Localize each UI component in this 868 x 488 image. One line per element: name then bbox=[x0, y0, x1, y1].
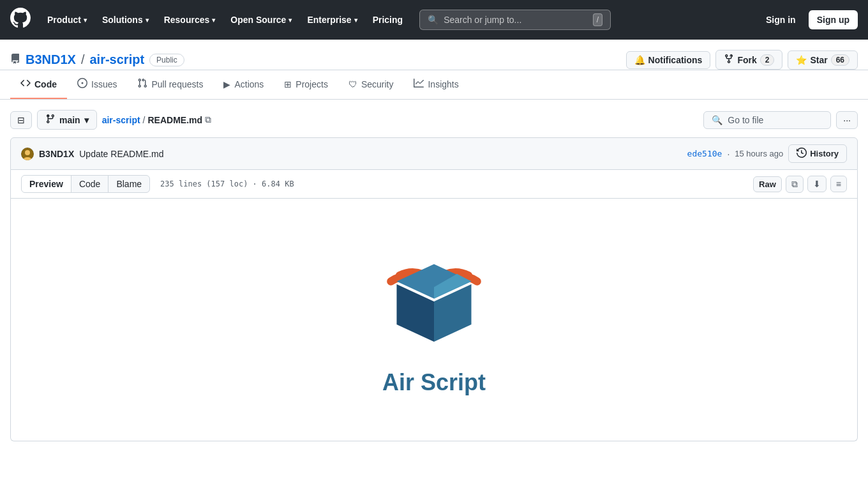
file-toolbar-right: 🔍 Go to file ··· bbox=[703, 111, 858, 129]
fork-count: 2 bbox=[760, 54, 775, 66]
raw-button[interactable]: Raw bbox=[753, 176, 782, 192]
download-icon: ⬇ bbox=[813, 179, 821, 189]
nav-enterprise[interactable]: Enterprise ▾ bbox=[301, 10, 363, 30]
insights-icon bbox=[414, 78, 424, 90]
lines-icon: ≡ bbox=[836, 179, 841, 189]
file-area: ⊟ main ▾ air-script / README.md ⧉ 🔍 bbox=[0, 100, 868, 452]
repo-header: B3ND1X / air-script Public 🔔 Notificatio… bbox=[0, 40, 868, 70]
file-actions: Raw ⧉ ⬇ ≡ bbox=[753, 176, 847, 193]
file-toolbar-left: ⊟ main ▾ air-script / README.md ⧉ bbox=[10, 110, 211, 130]
preview-tab[interactable]: Preview bbox=[21, 175, 71, 193]
branch-caret-icon: ▾ bbox=[84, 115, 89, 125]
commit-bar: B3ND1X Update README.md ede510e · 15 hou… bbox=[10, 137, 858, 170]
sign-in-button[interactable]: Sign in bbox=[758, 11, 804, 29]
repo-icon bbox=[10, 54, 20, 66]
bell-icon: 🔔 bbox=[634, 55, 645, 65]
repo-owner-link[interactable]: B3ND1X bbox=[26, 52, 76, 67]
commit-message: Update README.md bbox=[79, 149, 163, 159]
commit-separator: · bbox=[727, 149, 730, 159]
download-button[interactable]: ⬇ bbox=[807, 176, 827, 192]
repo-name-link[interactable]: air-script bbox=[89, 52, 144, 67]
breadcrumb: air-script / README.md ⧉ bbox=[102, 114, 211, 125]
nav-pricing[interactable]: Pricing bbox=[366, 10, 409, 30]
code-tab[interactable]: Code bbox=[71, 175, 108, 193]
tab-issues[interactable]: Issues bbox=[67, 70, 127, 99]
file-content: Air Script bbox=[10, 199, 858, 441]
issue-icon bbox=[77, 78, 87, 90]
tab-actions[interactable]: ▶ Actions bbox=[213, 72, 274, 98]
tab-insights[interactable]: Insights bbox=[403, 70, 468, 99]
security-icon: 🛡 bbox=[348, 79, 357, 89]
breadcrumb-file: README.md bbox=[148, 115, 203, 125]
air-script-logo-image bbox=[377, 244, 491, 359]
repo-actions: 🔔 Notifications Fork 2 ⭐ Star 66 bbox=[626, 50, 858, 70]
file-view-tabs: Preview Code Blame bbox=[21, 175, 150, 193]
more-options-button[interactable]: ··· bbox=[836, 111, 858, 129]
branch-icon bbox=[45, 114, 56, 126]
go-to-file-button[interactable]: 🔍 Go to file bbox=[703, 111, 831, 129]
search-small-icon: 🔍 bbox=[712, 115, 722, 125]
actions-icon: ▶ bbox=[223, 79, 230, 89]
star-count: 66 bbox=[831, 54, 849, 66]
blame-tab[interactable]: Blame bbox=[108, 175, 150, 193]
code-icon bbox=[20, 78, 31, 90]
top-nav-links: Product ▾ Solutions ▾ Resources ▾ Open S… bbox=[41, 10, 409, 30]
fork-icon bbox=[724, 54, 734, 66]
commit-author-name: B3ND1X bbox=[39, 149, 74, 159]
branch-name: main bbox=[59, 115, 80, 125]
search-bar[interactable]: 🔍 Search or jump to... / bbox=[419, 10, 611, 30]
svg-point-1 bbox=[25, 150, 30, 155]
sign-up-button[interactable]: Sign up bbox=[809, 10, 858, 29]
more-options-icon: ··· bbox=[843, 115, 851, 125]
search-icon: 🔍 bbox=[428, 15, 438, 25]
solutions-caret-icon: ▾ bbox=[146, 17, 149, 24]
repo-visibility-badge: Public bbox=[149, 54, 184, 66]
copy-icon: ⧉ bbox=[791, 179, 798, 189]
branch-selector[interactable]: main ▾ bbox=[37, 110, 97, 130]
commit-right: ede510e · 15 hours ago History bbox=[687, 144, 847, 163]
nav-product[interactable]: Product ▾ bbox=[41, 10, 93, 30]
history-icon bbox=[797, 148, 807, 160]
lines-button[interactable]: ≡ bbox=[830, 176, 847, 192]
sidebar-toggle-button[interactable]: ⊟ bbox=[10, 111, 32, 129]
nav-solutions[interactable]: Solutions ▾ bbox=[96, 10, 155, 30]
readme-content: Air Script bbox=[346, 213, 522, 427]
notifications-button[interactable]: 🔔 Notifications bbox=[626, 51, 711, 69]
file-content-toolbar: Preview Code Blame 235 lines (157 loc) ·… bbox=[10, 170, 858, 199]
star-icon: ⭐ bbox=[796, 55, 807, 65]
file-stats: 235 lines (157 loc) · 6.84 KB bbox=[160, 179, 294, 188]
fork-button[interactable]: Fork 2 bbox=[715, 50, 782, 70]
copy-path-icon[interactable]: ⧉ bbox=[205, 114, 211, 125]
commit-time: 15 hours ago bbox=[735, 149, 783, 158]
sidebar-toggle-icon: ⊟ bbox=[17, 115, 25, 125]
history-button[interactable]: History bbox=[788, 144, 847, 163]
commit-sha-link[interactable]: ede510e bbox=[687, 149, 722, 158]
resources-caret-icon: ▾ bbox=[212, 17, 215, 24]
projects-icon: ⊞ bbox=[284, 79, 292, 89]
search-placeholder: Search or jump to... bbox=[444, 15, 588, 25]
star-button[interactable]: ⭐ Star 66 bbox=[788, 50, 858, 70]
repo-tabs: Code Issues Pull requests ▶ Actions ⊞ Pr… bbox=[0, 70, 868, 100]
repo-separator: / bbox=[81, 52, 85, 67]
search-kbd: / bbox=[593, 13, 602, 26]
tab-security[interactable]: 🛡 Security bbox=[338, 72, 404, 98]
open-source-caret-icon: ▾ bbox=[288, 17, 292, 24]
commit-author-avatar bbox=[21, 148, 34, 160]
pr-icon bbox=[137, 78, 147, 90]
air-script-title: Air Script bbox=[382, 369, 486, 396]
tab-pull-requests[interactable]: Pull requests bbox=[127, 70, 213, 99]
breadcrumb-separator: / bbox=[143, 115, 146, 125]
breadcrumb-repo-link[interactable]: air-script bbox=[102, 115, 140, 125]
nav-resources[interactable]: Resources ▾ bbox=[158, 10, 222, 30]
tab-code[interactable]: Code bbox=[10, 70, 67, 99]
github-logo[interactable] bbox=[10, 8, 31, 32]
product-caret-icon: ▾ bbox=[84, 17, 87, 24]
tab-projects[interactable]: ⊞ Projects bbox=[274, 72, 338, 98]
copy-raw-button[interactable]: ⧉ bbox=[786, 176, 804, 193]
enterprise-caret-icon: ▾ bbox=[354, 17, 357, 24]
file-toolbar: ⊟ main ▾ air-script / README.md ⧉ 🔍 bbox=[10, 110, 858, 130]
top-nav-right: Sign in Sign up bbox=[758, 10, 858, 29]
nav-open-source[interactable]: Open Source ▾ bbox=[224, 10, 298, 30]
top-nav: Product ▾ Solutions ▾ Resources ▾ Open S… bbox=[0, 0, 868, 40]
